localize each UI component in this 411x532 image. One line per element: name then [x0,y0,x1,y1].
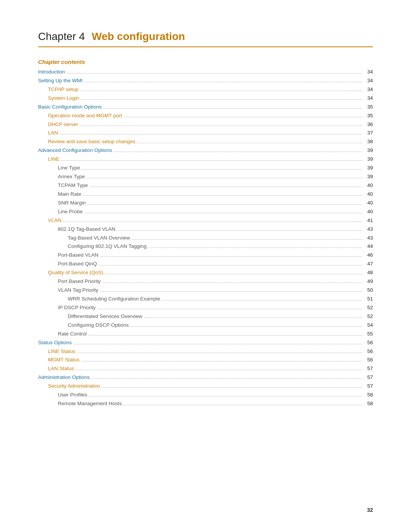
toc-dots [162,300,362,300]
toc-item-text: Security Administration [48,382,100,390]
toc-item-page: 39 [364,147,373,155]
toc-dots [132,239,362,240]
toc-item-text: Port-Based QinQ [58,260,97,268]
toc-item-page: 58 [364,391,373,399]
list-item: Configuring 802.1Q VLAN Tagging44 [38,243,373,251]
list-item: Rate Control55 [38,330,373,338]
toc-dots [81,169,362,169]
toc-item-page: 40 [364,199,373,207]
toc-item-text: IP DSCP Priority [58,304,96,312]
toc-item-text: WRR Scheduling Configuration Example [68,295,160,303]
toc-item-page: 41 [364,217,373,225]
toc-item-page: 56 [364,348,373,356]
list-item: Advanced Configuration Options39 [38,147,373,155]
toc-item-page: 34 [364,68,373,76]
toc-item-text: MGMT Status [48,356,80,364]
toc-dots [88,204,362,204]
toc-item-text: VLAN Tag Priority [58,286,98,294]
list-item: System Login34 [38,94,373,102]
toc-item-text: Port Based Priority [58,278,101,286]
toc-dots [81,99,362,100]
toc-dots [97,309,362,309]
toc-item-text: LINE [48,155,59,163]
toc-dots [75,370,362,370]
toc-item-page: 57 [364,374,373,382]
toc-dots [117,230,362,231]
toc-item-text: Review and save basic setup changes [48,138,135,146]
list-item: Setting Up the WMI34 [38,77,373,85]
list-item: Main Rate40 [38,190,373,198]
toc-dots [105,274,362,274]
toc-item-page: 50 [364,286,373,294]
toc-item-page: 56 [364,339,373,347]
toc-dots [148,248,362,248]
toc-item-page: 34 [364,86,373,94]
toc-item-page: 34 [364,77,373,85]
toc-item-text: DHCP server [48,121,78,129]
toc-item-page: 52 [364,304,373,312]
toc-dots [63,222,362,222]
toc-item-page: 55 [364,330,373,338]
toc-dots [144,318,362,318]
toc-dots [77,353,362,353]
toc-item-page: 39 [364,173,373,181]
toc-item-page: 39 [364,155,373,163]
toc-item-page: 35 [364,112,373,120]
toc-item-text: Differentiated Services Overview [68,313,142,321]
toc-dots [103,108,362,109]
toc-item-page: 40 [364,208,373,216]
toc-item-text: Basic Configuration Options [38,103,102,111]
contents-heading: Chapter contents [38,59,373,65]
toc-item-text: Tag-Based VLAN Overview [68,234,130,242]
list-item: Port-Based QinQ47 [38,260,373,268]
toc-dots [67,73,362,73]
toc-dots [124,117,362,117]
toc-item-page: 38 [364,138,373,146]
toc-item-page: 58 [364,400,373,408]
toc-item-page: 39 [364,164,373,172]
toc-item-text: Quality of Service (QoS) [48,269,104,277]
toc-item-text: System Login [48,94,79,102]
list-item: MGMT Status56 [38,356,373,364]
list-item: VLAN41 [38,217,373,225]
toc-item-text: Status Options [38,339,72,347]
toc-item-text: LAN Status [48,365,74,373]
table-of-contents: Introduction34Setting Up the WMI34TCP/IP… [38,68,373,408]
toc-item-page: 40 [364,182,373,190]
list-item: User Profiles58 [38,391,373,399]
list-item: Configuring DSCP Options54 [38,321,373,329]
toc-dots [102,387,362,388]
toc-item-page: 35 [364,103,373,111]
toc-dots [91,379,362,379]
toc-item-text: Main Rate [58,190,81,198]
list-item: Port-Based VLAN46 [38,251,373,259]
list-item: Quality of Service (QoS)48 [38,269,373,277]
list-item: TCP/IP setup34 [38,86,373,94]
toc-item-text: VLAN [48,217,61,225]
toc-item-page: 34 [364,94,373,102]
toc-dots [84,213,362,213]
toc-item-text: Introduction [38,68,65,76]
list-item: Security Administration57 [38,382,373,390]
toc-dots [123,405,362,405]
toc-item-text: Annex Type [58,173,85,181]
toc-dots [137,143,362,143]
page-number: 32 [367,507,373,513]
toc-dots [130,326,362,327]
toc-item-text: Advanced Configuration Options [38,147,112,155]
toc-item-text: Operation mode and MGMT port [48,112,122,120]
list-item: Line Type39 [38,164,373,172]
toc-dots [73,344,362,344]
toc-item-page: 43 [364,225,373,233]
toc-item-page: 48 [364,269,373,277]
toc-dots [88,335,362,335]
toc-item-page: 57 [364,365,373,373]
list-item: Administration Options57 [38,374,373,382]
toc-dots [59,134,362,134]
list-item: SNR Margin40 [38,199,373,207]
list-item: LAN Status57 [38,365,373,373]
list-item: Review and save basic setup changes38 [38,138,373,146]
toc-item-text: LAN [48,129,58,137]
toc-dots [89,187,362,187]
toc-item-page: 36 [364,121,373,129]
